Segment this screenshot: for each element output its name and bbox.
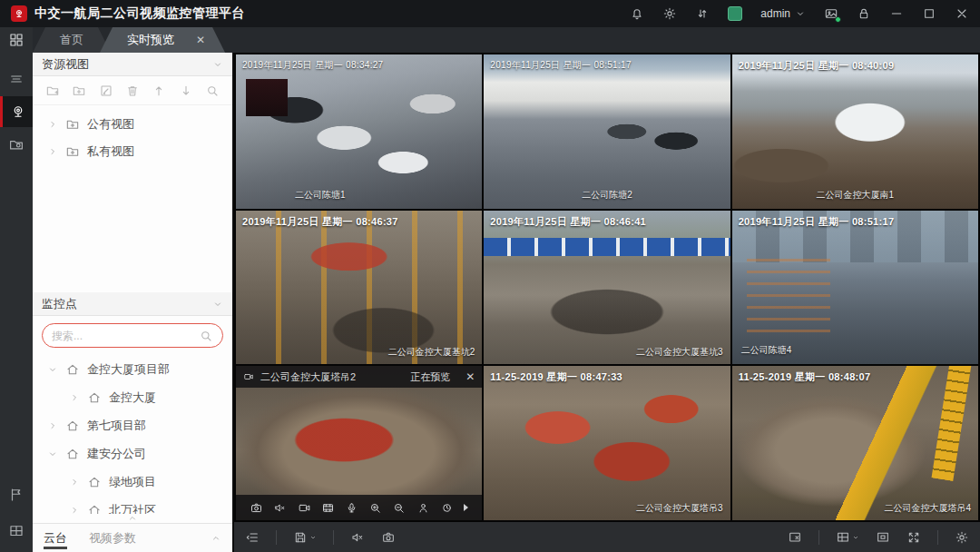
- more-tools-arrow-icon[interactable]: [464, 504, 468, 511]
- search-box[interactable]: [42, 323, 223, 348]
- tab-close-icon[interactable]: ✕: [196, 34, 205, 46]
- snapshot-button[interactable]: [250, 501, 263, 515]
- tree-item-beiwan-community[interactable]: 北万社区: [33, 496, 232, 514]
- single-window-button[interactable]: [876, 530, 890, 545]
- chevron-right-icon[interactable]: [69, 505, 80, 515]
- tab-home[interactable]: 首页: [33, 27, 111, 53]
- new-view-button[interactable]: [72, 84, 86, 98]
- apps-grid-icon[interactable]: [0, 27, 33, 53]
- title-bar: 中交一航局二公司视频监控管理平台 admin: [0, 0, 980, 27]
- resource-view-header[interactable]: 资源视图: [33, 53, 232, 76]
- snapshot-all-button[interactable]: [381, 530, 396, 545]
- app-title: 中交一航局二公司视频监控管理平台: [34, 5, 245, 22]
- resource-view-section: 资源视图 公有视图: [33, 53, 232, 292]
- panel-collapse-handle[interactable]: [33, 514, 232, 523]
- close-preview-icon[interactable]: ✕: [466, 370, 475, 383]
- video-frame: [236, 54, 482, 209]
- maximize-button[interactable]: [922, 6, 936, 21]
- new-view-group-button[interactable]: [45, 84, 60, 98]
- close-button[interactable]: [955, 6, 969, 21]
- monitor-points-header[interactable]: 监控点: [33, 292, 232, 316]
- minimize-button[interactable]: [889, 6, 904, 21]
- tab-video-params[interactable]: 视频参数: [89, 524, 136, 552]
- lock-icon[interactable]: [857, 6, 871, 21]
- resource-tree: 公有视图 私有视图: [33, 105, 232, 171]
- tree-item-seventh-project-dept[interactable]: 第七项目部: [33, 411, 232, 439]
- settings-gear-icon[interactable]: [662, 6, 677, 21]
- screenshot-status-icon[interactable]: [824, 6, 838, 21]
- digital-zoom-button[interactable]: [368, 501, 382, 515]
- video-cell-2[interactable]: 2019年11月25日 星期一 08:51:17 二公司陈塘2: [484, 54, 730, 209]
- chevron-right-icon[interactable]: [47, 146, 58, 157]
- video-cell-8[interactable]: 11-25-2019 星期一 08:47:33 二公司金控大厦塔吊3: [484, 366, 730, 520]
- mute-all-button[interactable]: [350, 530, 365, 545]
- video-cell-3[interactable]: 2019年11月25日 星期一 08:40:09 二公司金控大厦南1: [732, 54, 978, 209]
- divider: [333, 530, 334, 545]
- instant-playback-button[interactable]: [440, 501, 454, 515]
- notifications-bell-icon[interactable]: [630, 6, 644, 21]
- tree-item-jinkong-plaza-dept[interactable]: 金控大厦项目部: [33, 355, 232, 383]
- tab-live-preview[interactable]: 实时预览 ✕: [100, 27, 225, 53]
- talk-mic-button[interactable]: [345, 501, 358, 515]
- divider: [276, 530, 277, 545]
- record-button[interactable]: [298, 501, 311, 515]
- fullscreen-button[interactable]: [906, 530, 921, 545]
- home-icon: [87, 503, 102, 515]
- home-icon: [65, 447, 80, 461]
- sort-arrows-icon[interactable]: [695, 6, 710, 21]
- delete-view-button[interactable]: [125, 84, 140, 98]
- collapse-panel-button[interactable]: [245, 530, 260, 545]
- home-icon: [65, 362, 80, 377]
- chevron-right-icon[interactable]: [47, 420, 58, 431]
- tree-item-greenland-project[interactable]: 绿地项目: [33, 468, 232, 496]
- zoom-3d-button[interactable]: [392, 501, 406, 515]
- chevron-up-icon[interactable]: [211, 533, 221, 544]
- sidebar-menu-icon[interactable]: [0, 64, 33, 94]
- tab-ptz[interactable]: 云台: [44, 524, 67, 552]
- chevron-down-icon[interactable]: [47, 448, 58, 459]
- video-stage: 2019年11月25日 星期一 08:34:27 二公司陈塘1 2019年11月…: [234, 53, 980, 552]
- video-frame: [236, 211, 482, 365]
- sidebar-wall-icon[interactable]: [0, 516, 33, 547]
- move-down-button[interactable]: [179, 84, 193, 98]
- tree-item-public-views[interactable]: 公有视图: [33, 111, 232, 138]
- camera-icon: [243, 371, 254, 382]
- preview-status-badge: 正在预览: [410, 370, 450, 384]
- playback-film-button[interactable]: [321, 501, 335, 515]
- camera-name-overlay: 二公司金控大厦南1: [817, 189, 895, 202]
- edit-view-button[interactable]: [99, 84, 113, 98]
- video-cell-7-selected[interactable]: 二公司金控大厦塔吊2 正在预览 ✕: [236, 366, 482, 520]
- layout-select-button[interactable]: [836, 530, 859, 545]
- grid-settings-button[interactable]: [955, 530, 969, 545]
- chevron-right-icon[interactable]: [69, 392, 80, 403]
- tree-item-jinkong-plaza[interactable]: 金控大厦: [33, 383, 232, 411]
- search-views-button[interactable]: [205, 84, 220, 98]
- close-all-button[interactable]: [788, 530, 802, 545]
- sidebar-flag-icon[interactable]: [0, 479, 33, 510]
- chevron-right-icon[interactable]: [47, 119, 58, 130]
- move-up-button[interactable]: [152, 84, 166, 98]
- monitor-points-section: 监控点 金控大厦项目部: [33, 292, 232, 552]
- video-cell-6[interactable]: 2019年11月25日 星期一 08:51:17 二公司陈塘4: [732, 211, 978, 365]
- camera-name-overlay: 二公司金控大厦基坑2: [388, 346, 475, 359]
- mute-audio-button[interactable]: [273, 501, 287, 515]
- tree-item-jianan-branch[interactable]: 建安分公司: [33, 439, 232, 468]
- tree-item-private-views[interactable]: 私有视图: [33, 138, 232, 165]
- sidebar-live-camera-icon[interactable]: [0, 96, 33, 127]
- video-cell-9[interactable]: 11-25-2019 星期一 08:48:07 二公司金控大厦塔吊4: [732, 366, 978, 520]
- video-cell-5[interactable]: 2019年11月25日 星期一 08:46:41 二公司金控大厦基坑3: [484, 211, 730, 365]
- chevron-down-icon[interactable]: [47, 364, 58, 375]
- user-menu[interactable]: admin: [760, 7, 806, 20]
- sidebar-recordings-icon[interactable]: [0, 129, 33, 160]
- person-locate-button[interactable]: [416, 501, 430, 515]
- chevron-right-icon[interactable]: [69, 477, 80, 488]
- user-avatar[interactable]: [728, 6, 742, 21]
- save-view-button[interactable]: [293, 530, 317, 545]
- search-input[interactable]: [52, 330, 199, 342]
- panel-footer-tabs: 云台 视频参数: [33, 523, 232, 552]
- search-icon[interactable]: [199, 329, 213, 343]
- video-cell-4[interactable]: 2019年11月25日 星期一 08:46:37 二公司金控大厦基坑2: [236, 211, 482, 365]
- home-icon: [87, 390, 102, 405]
- timestamp-overlay: 11-25-2019 星期一 08:47:33: [490, 370, 622, 384]
- video-cell-1[interactable]: 2019年11月25日 星期一 08:34:27 二公司陈塘1: [236, 54, 482, 209]
